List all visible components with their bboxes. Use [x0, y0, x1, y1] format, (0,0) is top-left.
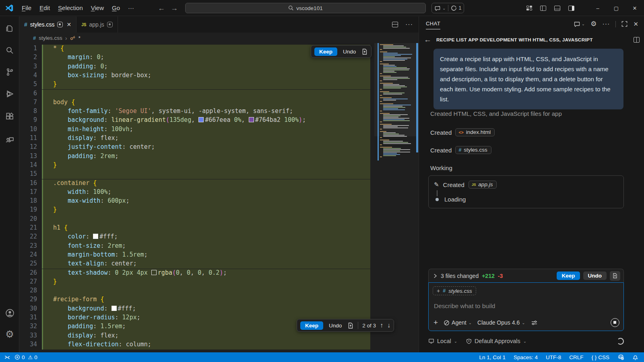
request-counter[interactable]: 1 [451, 5, 461, 11]
tab-styles-css[interactable]: # styles.css ✕ [19, 16, 76, 33]
line-number: 25 [19, 260, 37, 269]
minimize-button[interactable]: – [588, 0, 607, 16]
customize-layout-icon[interactable] [526, 6, 532, 10]
view-all-edits-button[interactable] [610, 271, 620, 281]
chat-input-box[interactable]: + # styles.css Describe what to build + … [428, 282, 624, 331]
maximize-button[interactable]: ▢ [607, 0, 625, 16]
cursor-position[interactable]: Ln 1, Col 1 [479, 354, 506, 360]
file-chip-styles-css[interactable]: # styles.css [455, 146, 491, 154]
color-swatch[interactable] [249, 117, 254, 122]
mode-picker[interactable]: Agent ⌄ [444, 319, 472, 326]
back-arrow-icon[interactable]: ← [158, 4, 165, 12]
open-in-editor-icon[interactable] [634, 37, 640, 43]
tab-chat[interactable]: CHAT [426, 21, 440, 29]
agent-mode-icon [444, 320, 450, 326]
toggle-panel-icon[interactable] [554, 6, 560, 11]
split-editor-icon[interactable] [392, 22, 398, 27]
keep-button[interactable]: Keep [314, 47, 337, 56]
tab-app-js[interactable]: JS app.js [76, 16, 118, 33]
notifications-bell[interactable] [632, 354, 638, 360]
color-swatch[interactable] [151, 270, 157, 275]
code-line: font-family: 'Segoe UI', system-ui, -app… [42, 107, 370, 116]
undo-button[interactable]: Undo [327, 321, 343, 330]
attach-plus-icon[interactable]: + [433, 318, 438, 327]
toggle-secondary-sidebar-icon[interactable] [568, 6, 574, 11]
accounts-icon[interactable] [0, 304, 19, 322]
problems-indicator[interactable]: 0 ⚠ 0 [14, 354, 37, 360]
previous-change-icon[interactable]: ↑ [380, 322, 383, 329]
extensions-icon[interactable] [0, 107, 19, 125]
settings-gear-icon[interactable]: ⚙ [0, 325, 19, 343]
menu-selection[interactable]: Selection [54, 2, 87, 14]
remote-indicator[interactable] [4, 354, 10, 360]
chat-panel: CHAT ⌄ ⚙ ··· ✕ ← RECIPE LIST APP DEVELOP… [419, 16, 644, 352]
view-file-icon[interactable] [361, 48, 368, 55]
toggle-primary-sidebar-icon[interactable] [540, 6, 546, 11]
modified-indicator-icon[interactable] [57, 22, 63, 27]
copilot-menu-button[interactable]: ⌄ [434, 5, 446, 11]
tools-sliders-icon[interactable] [531, 320, 538, 326]
close-tab-icon[interactable]: ✕ [66, 21, 71, 28]
breadcrumb[interactable]: # styles.css › * [19, 33, 419, 43]
close-panel-icon[interactable]: ✕ [633, 21, 638, 28]
chat-view-icon[interactable] [0, 130, 19, 148]
forward-arrow-icon[interactable]: → [171, 4, 178, 12]
keep-button[interactable]: Keep [300, 321, 323, 330]
back-arrow-icon[interactable]: ← [424, 35, 431, 44]
line-number: 16 [19, 179, 37, 188]
command-center-search[interactable]: vscode101 [185, 3, 426, 13]
undo-all-button[interactable]: Undo [583, 272, 607, 280]
file-chip-index-html[interactable]: <> index.html [455, 128, 495, 136]
breadcrumb-symbol[interactable]: * [78, 35, 80, 41]
code-line: padding: 0; [42, 63, 370, 72]
view-file-icon[interactable] [347, 322, 354, 329]
indentation[interactable]: Spaces: 4 [514, 354, 538, 360]
context-attachment-chip[interactable]: + # styles.css [433, 286, 476, 295]
code-editor[interactable]: 1234567891011121314151617181920212223242… [19, 43, 419, 352]
keep-all-button[interactable]: Keep [557, 272, 580, 280]
warning-icon: ⚠ [28, 354, 33, 360]
color-swatch[interactable] [198, 117, 204, 122]
eol-sequence[interactable]: CRLF [569, 354, 583, 360]
run-debug-icon[interactable] [0, 85, 19, 103]
code-line: width: 100%; [42, 188, 370, 197]
copilot-status[interactable] [617, 354, 624, 360]
additions-count: +212 [482, 273, 495, 279]
menu-overflow[interactable]: ··· [124, 2, 138, 14]
menu-file[interactable]: File [18, 2, 35, 14]
code-line: } [42, 80, 370, 89]
files-changed-summary[interactable]: 3 files changed [441, 273, 479, 279]
next-change-icon[interactable]: ↓ [387, 322, 390, 329]
explorer-icon[interactable] [0, 20, 19, 37]
diff-review-widget-bottom: Keep Undo 2 of 3 ↑ ↓ [297, 319, 394, 332]
menu-edit[interactable]: Edit [35, 2, 54, 14]
close-window-button[interactable]: ✕ [625, 0, 644, 16]
search-nav-icon[interactable] [0, 41, 19, 59]
new-chat-button[interactable]: ⌄ [574, 21, 585, 27]
approvals-picker[interactable]: Default Approvals ⌄ [466, 338, 526, 344]
activity-bar: ⚙ [0, 16, 19, 352]
source-control-icon[interactable] [0, 63, 19, 81]
stop-generation-button[interactable] [611, 318, 619, 327]
undo-button[interactable]: Undo [341, 47, 357, 56]
color-swatch[interactable] [111, 306, 117, 311]
deletions-count: -3 [498, 273, 503, 279]
language-mode[interactable]: { } CSS [591, 354, 609, 360]
target-picker[interactable]: Local ⌄ [428, 338, 457, 344]
model-picker[interactable]: Claude Opus 4.6 ⌄ [477, 319, 525, 326]
file-chip-app-js[interactable]: JS app.js [469, 181, 497, 189]
menu-view[interactable]: View [87, 2, 108, 14]
modified-indicator-icon[interactable] [107, 22, 113, 27]
breadcrumb-file[interactable]: styles.css [39, 35, 62, 41]
comment-icon [574, 21, 580, 27]
minimap[interactable] [374, 43, 416, 352]
menu-go[interactable]: Go [108, 2, 124, 14]
more-actions-icon[interactable]: ··· [405, 21, 413, 28]
encoding[interactable]: UTF-8 [546, 354, 561, 360]
chat-settings-gear-icon[interactable]: ⚙ [590, 20, 597, 28]
color-swatch[interactable] [93, 234, 98, 239]
tab-label: styles.css [30, 21, 55, 28]
maximize-panel-icon[interactable] [621, 21, 627, 27]
chevron-right-icon[interactable] [433, 274, 438, 278]
chat-more-actions-icon[interactable]: ··· [602, 21, 610, 28]
